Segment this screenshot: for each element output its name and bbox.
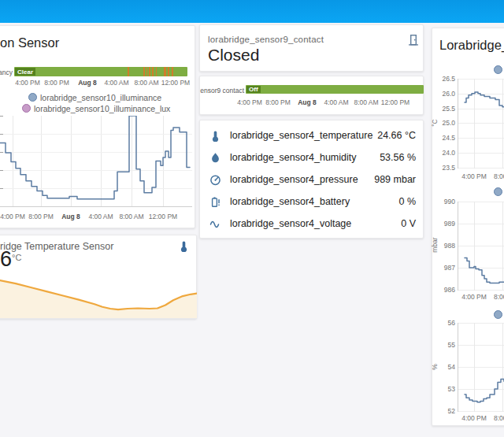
door-icon xyxy=(408,34,419,46)
y-axis-unit: % xyxy=(431,351,439,383)
app-header xyxy=(0,0,504,23)
chart-axis-tick: 8:00 AM xyxy=(114,213,149,220)
legend-dot-icon xyxy=(494,65,502,74)
entity-row-humidity[interactable]: lorabridge_sensor4_humidity 53.56 % xyxy=(209,148,416,167)
timeline-stripe xyxy=(128,67,129,76)
chart-axis-tick: 4:00 AM xyxy=(83,213,118,220)
chart-axis-tick: 12:00 PM xyxy=(146,213,180,220)
timeline-stripe xyxy=(149,67,150,76)
entity-value: 0 V xyxy=(401,218,416,229)
x-axis-tick: 4:00 PM xyxy=(457,414,491,422)
contact-timeline-label: ensor9 contact xyxy=(181,87,244,94)
entity-name: lorabridge_sensor4_voltage xyxy=(230,218,351,229)
history-card-title: on Sensor xyxy=(0,35,59,50)
thermometer-icon xyxy=(178,240,190,252)
legend-label-illuminance-lux: lorabridge_sensor10_illuminance_lux xyxy=(34,104,170,113)
entity-value: 53.56 % xyxy=(380,152,416,163)
timeline-stripe xyxy=(146,67,148,76)
entity-value: 24.66 °C xyxy=(377,130,416,141)
occupancy-state-chip: Clear xyxy=(15,68,35,76)
legend-dot-icon xyxy=(494,310,502,319)
y-axis-unit: mbar xyxy=(431,229,439,261)
illuminance-chart[interactable] xyxy=(0,116,192,206)
battery-alert-icon xyxy=(209,196,221,208)
timeline-stripe xyxy=(152,67,154,76)
timeline-stripe xyxy=(143,67,145,76)
occupancy-timeline-bar[interactable]: Clear xyxy=(14,67,187,76)
gauge-icon xyxy=(209,174,221,186)
x-axis-tick: 8:00 P xyxy=(494,414,504,422)
timeline-stripe xyxy=(168,67,169,76)
temperature-value: 6 xyxy=(0,247,12,272)
entity-name: lorabridge_sensor4_battery xyxy=(230,196,350,207)
timeline-stripe xyxy=(164,67,166,76)
contact-timeline-card xyxy=(199,76,424,115)
contact-axis-tick: 12:00 PM xyxy=(378,98,413,106)
occupancy-timeline-label: ancy xyxy=(0,69,13,76)
x-axis-tick: 8:00 xyxy=(494,172,504,180)
legend-label-illuminance: lorabridge_sensor10_illuminance xyxy=(40,93,161,102)
legend-dot-illuminance-icon xyxy=(28,93,37,102)
entity-value: 989 mbar xyxy=(374,174,416,185)
entity-row-battery[interactable]: lorabridge_sensor4_battery 0 % xyxy=(209,192,416,211)
right-temp-chart[interactable] xyxy=(458,79,504,168)
timeline-stripe xyxy=(172,67,173,76)
humidity-icon xyxy=(209,152,221,164)
right-pressure-chart[interactable] xyxy=(458,202,504,290)
x-axis-tick: 4:00 PM xyxy=(457,172,491,180)
x-axis-line xyxy=(0,206,192,207)
entity-row-voltage[interactable]: lorabridge_sensor4_voltage 0 V xyxy=(209,214,416,233)
dashboard: on Sensor ancy Clear 4:00 PM 8:00 PM Aug… xyxy=(0,0,504,437)
legend-dot-illuminance-lux-icon xyxy=(22,104,31,113)
right-humidity-chart[interactable] xyxy=(458,323,504,411)
entity-name: lorabridge_sensor4_temperature xyxy=(230,130,372,141)
x-axis-tick: 4:00 PM xyxy=(457,293,491,301)
y-axis-unit: °C xyxy=(431,107,439,139)
temperature-unit: °C xyxy=(12,253,21,262)
legend-dot-icon xyxy=(494,187,502,196)
entity-value: 0 % xyxy=(398,196,416,207)
entity-name: lorabridge_sensor4_humidity xyxy=(230,152,357,163)
occupancy-axis-tick: 12:00 PM xyxy=(158,79,193,87)
right-card-title: Lorabridge_Se xyxy=(439,38,504,53)
temperature-card-title: ridge Temperature Sensor xyxy=(0,241,113,252)
contact-state-chip: Off xyxy=(246,86,261,93)
voltage-icon xyxy=(209,218,221,230)
contact-state[interactable]: Closed xyxy=(208,46,259,65)
occupancy-axis-tick: 8:00 PM xyxy=(39,79,74,87)
entity-row-pressure[interactable]: lorabridge_sensor4_pressure 989 mbar xyxy=(209,170,416,189)
contact-timeline-bar[interactable]: Off xyxy=(246,85,424,94)
thermometer-icon xyxy=(209,130,221,142)
contact-card-title: lorabridge_sensor9_contact xyxy=(208,35,324,44)
temperature-area-chart[interactable] xyxy=(0,273,197,318)
entity-row-temperature[interactable]: lorabridge_sensor4_temperature 24.66 °C xyxy=(209,126,416,145)
timeline-stripe xyxy=(156,67,158,76)
x-axis-tick: 8:00 P xyxy=(494,293,504,301)
entity-name: lorabridge_sensor4_pressure xyxy=(230,174,358,185)
